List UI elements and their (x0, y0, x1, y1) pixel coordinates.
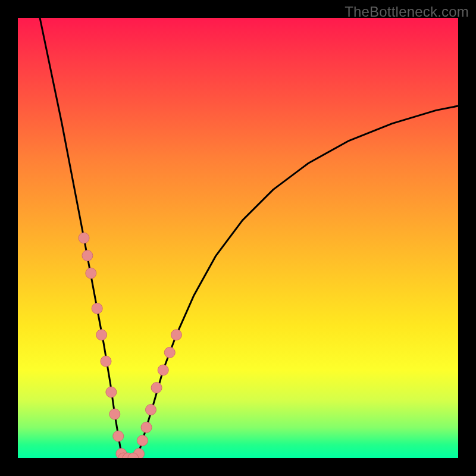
data-marker (158, 365, 168, 375)
data-marker (137, 435, 148, 446)
chart-svg (18, 18, 458, 458)
data-marker (151, 383, 162, 393)
data-marker (113, 431, 124, 441)
data-marker (109, 409, 120, 419)
data-marker (145, 405, 156, 415)
data-marker (82, 250, 93, 261)
plot-area (18, 18, 458, 458)
data-marker (96, 330, 107, 340)
chart-frame: TheBottleneck.com (0, 0, 476, 476)
data-marker (141, 422, 152, 433)
data-marker (171, 330, 181, 340)
data-marker (164, 347, 175, 358)
data-marker (101, 356, 111, 367)
data-marker (79, 233, 89, 243)
curve-segment (137, 106, 458, 458)
data-marker (106, 387, 117, 397)
data-marker (86, 268, 96, 278)
data-marker (92, 303, 102, 314)
